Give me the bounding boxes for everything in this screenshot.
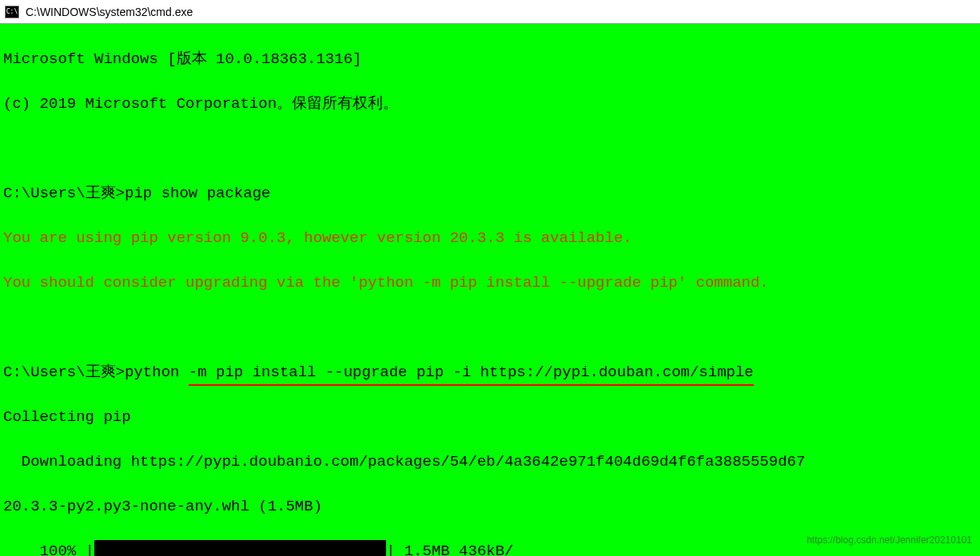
progress-bar: ████████████████████████████████ <box>94 540 386 556</box>
prompt-line-1: C:\Users\王爽>pip show package <box>3 182 977 205</box>
blank-line <box>3 137 977 160</box>
collecting-line: Collecting pip <box>3 406 977 428</box>
header-copyright: (c) 2019 Microsoft Corporation。保留所有权利。 <box>3 93 977 115</box>
blank-line <box>3 316 977 339</box>
downloading-line: Downloading https://pypi.doubanio.com/pa… <box>3 451 977 473</box>
prompt-line-2: C:\Users\王爽>python -m pip install --upgr… <box>3 361 977 383</box>
warning-line-2: You should consider upgrading via the 'p… <box>3 272 977 294</box>
command-underlined: -m pip install --upgrade pip -i https://… <box>189 361 754 383</box>
title-bar[interactable]: C:\ C:\WINDOWS\system32\cmd.exe <box>0 0 980 24</box>
watermark-text: https://blog.csdn.net/Jennifer20210101 <box>807 529 972 551</box>
whl-line: 20.3.3-py2.py3-none-any.whl (1.5MB) <box>3 495 977 518</box>
header-version: Microsoft Windows [版本 10.0.18363.1316] <box>3 48 977 70</box>
command-text: pip show package <box>125 185 270 202</box>
command-pre: python <box>125 363 189 381</box>
progress-percent: 100% | <box>3 542 94 556</box>
prompt-path: C:\Users\王爽> <box>3 185 125 202</box>
terminal-area[interactable]: Microsoft Windows [版本 10.0.18363.1316] (… <box>0 24 980 556</box>
cmd-icon: C:\ <box>5 6 19 18</box>
window-title: C:\WINDOWS\system32\cmd.exe <box>26 6 193 18</box>
progress-suffix: | 1.5MB 436kB/ <box>386 542 514 556</box>
prompt-path: C:\Users\王爽> <box>3 363 125 381</box>
warning-line-1: You are using pip version 9.0.3, however… <box>3 227 977 249</box>
